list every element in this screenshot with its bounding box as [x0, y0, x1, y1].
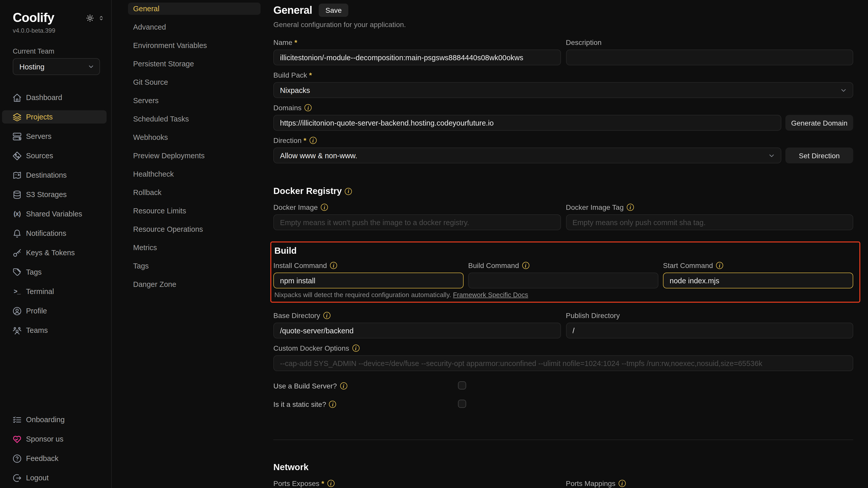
publish-directory-field: Publish Directory: [566, 311, 853, 339]
sidebar-item-servers[interactable]: Servers: [2, 130, 106, 143]
build-pack-select[interactable]: Nixpacks: [273, 82, 853, 98]
info-icon[interactable]: i: [619, 480, 626, 487]
generate-domain-button[interactable]: Generate Domain: [785, 115, 853, 131]
sidebar-item-destinations[interactable]: Destinations: [2, 168, 106, 182]
required-mark: *: [304, 136, 307, 144]
app-logo[interactable]: Coolify: [13, 10, 55, 25]
sidebar-item-label: Destinations: [26, 171, 67, 179]
nav-item-resource-operations[interactable]: Resource Operations: [128, 223, 260, 235]
nav-item-advanced[interactable]: Advanced: [128, 21, 260, 33]
sidebar-item-terminal[interactable]: >_ Terminal: [2, 285, 106, 298]
info-icon[interactable]: i: [327, 480, 334, 487]
nav-item-danger-zone[interactable]: Danger Zone: [128, 278, 260, 290]
start-command-input[interactable]: [663, 272, 853, 288]
chevron-down-icon: [839, 86, 847, 94]
sidebar-item-label: Projects: [26, 113, 53, 121]
info-icon[interactable]: i: [330, 262, 337, 269]
sidebar-item-label: Feedback: [26, 454, 58, 462]
docker-image-tag-field: Docker Image Tagi: [566, 203, 853, 230]
sidebar-item-sponsor-us[interactable]: Sponsor us: [2, 432, 106, 446]
static-site-checkbox[interactable]: [458, 400, 466, 408]
sidebar-item-tags[interactable]: Tags: [2, 265, 106, 279]
sun-icon[interactable]: [86, 14, 94, 23]
info-icon[interactable]: i: [716, 262, 723, 269]
nav-item-healthcheck[interactable]: Healthcheck: [128, 168, 260, 180]
sidebar-item-sources[interactable]: Sources: [2, 149, 106, 162]
info-icon[interactable]: i: [345, 188, 352, 195]
layers-icon: [12, 112, 22, 122]
start-command-field: Start Commandi: [663, 261, 853, 288]
nav-item-git-source[interactable]: Git Source: [128, 76, 260, 88]
custom-docker-options-input[interactable]: [273, 355, 853, 371]
info-icon[interactable]: i: [352, 345, 359, 352]
use-build-server-checkbox[interactable]: [458, 381, 466, 390]
checklist-icon: [12, 415, 22, 425]
bell-icon: [12, 228, 22, 238]
nav-item-rollback[interactable]: Rollback: [128, 186, 260, 199]
page-title: General: [273, 4, 312, 16]
sidebar-item-logout[interactable]: Logout: [2, 471, 106, 484]
use-build-server-row: Use a Build Server?i: [273, 380, 853, 392]
sidebar-item-notifications[interactable]: Notifications: [2, 227, 106, 240]
ports-mappings-field: Ports Mappingsi: [566, 479, 853, 488]
terminal-icon: >_: [12, 287, 22, 296]
nav-item-metrics[interactable]: Metrics: [128, 241, 260, 254]
direction-label: Direction: [273, 136, 302, 144]
sidebar-footer: Onboarding Sponsor us Feedback Logout: [2, 413, 106, 484]
app-version: v4.0.0-beta.399: [13, 27, 55, 34]
sidebar-item-teams[interactable]: Teams: [2, 324, 106, 337]
domains-input[interactable]: [273, 115, 781, 131]
save-button[interactable]: Save: [319, 4, 348, 17]
nav-item-scheduled-tasks[interactable]: Scheduled Tasks: [128, 113, 260, 125]
nav-item-environment-variables[interactable]: Environment Variables: [128, 39, 260, 52]
nav-item-persistent-storage[interactable]: Persistent Storage: [128, 58, 260, 70]
nav-item-resource-limits[interactable]: Resource Limits: [128, 205, 260, 217]
set-direction-button[interactable]: Set Direction: [785, 147, 853, 163]
docker-image-tag-label: Docker Image Tag: [566, 203, 624, 211]
info-icon[interactable]: i: [309, 137, 316, 144]
team-select[interactable]: Hosting: [13, 58, 100, 75]
sidebar-item-label: Logout: [26, 474, 49, 482]
docker-image-tag-input[interactable]: [566, 214, 853, 230]
sidebar-item-feedback[interactable]: Feedback: [2, 452, 106, 465]
info-icon[interactable]: i: [340, 382, 347, 390]
info-icon[interactable]: i: [323, 312, 331, 319]
info-icon[interactable]: i: [305, 104, 312, 111]
build-heading: Build: [274, 246, 853, 256]
framework-docs-link[interactable]: Framework Specific Docs: [453, 291, 528, 298]
nav-item-tags[interactable]: Tags: [128, 260, 260, 272]
app-root: Coolify v4.0.0-beta.399 Current Team Hos…: [0, 0, 868, 488]
sidebar-item-shared-variables[interactable]: (x) Shared Variables: [2, 207, 106, 221]
sidebar-item-label: Tags: [26, 268, 41, 276]
info-icon[interactable]: i: [321, 204, 328, 211]
info-icon[interactable]: i: [522, 262, 529, 269]
name-field: Name*: [273, 38, 561, 65]
info-icon[interactable]: i: [627, 204, 634, 211]
nav-item-general[interactable]: General: [128, 3, 260, 15]
page-subtitle: General configuration for your applicati…: [273, 21, 853, 29]
domains-label: Domains: [273, 104, 302, 112]
base-directory-input[interactable]: [273, 323, 561, 339]
name-input[interactable]: [273, 50, 561, 65]
sidebar-item-s3-storages[interactable]: S3 Storages: [2, 188, 106, 201]
build-command-input[interactable]: [468, 272, 658, 288]
chevrons-up-down-icon[interactable]: [98, 15, 104, 22]
heart-icon: [12, 434, 22, 444]
nav-item-webhooks[interactable]: Webhooks: [128, 131, 260, 143]
install-command-input[interactable]: [273, 272, 464, 288]
docker-image-input[interactable]: [273, 214, 561, 230]
direction-select[interactable]: Allow www & non-www.: [273, 147, 781, 163]
sidebar-item-dashboard[interactable]: Dashboard: [2, 91, 106, 104]
info-icon[interactable]: i: [329, 401, 336, 408]
sidebar-item-keys-tokens[interactable]: Keys & Tokens: [2, 246, 106, 259]
static-site-label: Is it a static site?: [273, 400, 326, 408]
chevron-down-icon: [768, 151, 776, 160]
nav-item-preview-deployments[interactable]: Preview Deployments: [128, 149, 260, 162]
nav-item-servers[interactable]: Servers: [128, 94, 260, 107]
sidebar-item-profile[interactable]: Profile: [2, 304, 106, 317]
publish-directory-input[interactable]: [566, 323, 853, 339]
description-input[interactable]: [566, 50, 853, 65]
sidebar-item-onboarding[interactable]: Onboarding: [2, 413, 106, 426]
sidebar-item-projects[interactable]: Projects: [2, 110, 106, 123]
build-pack-label: Build Pack: [273, 71, 307, 79]
